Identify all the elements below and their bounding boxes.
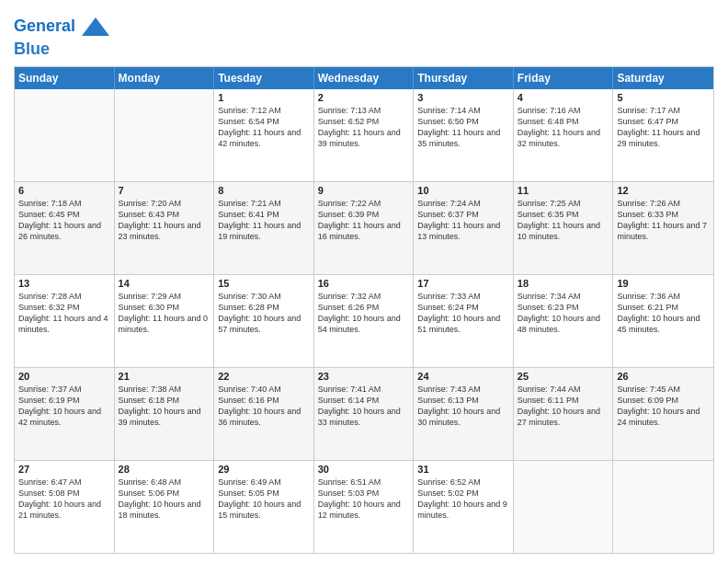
cell-info: Sunrise: 7:20 AM Sunset: 6:43 PM Dayligh… [119, 198, 210, 243]
calendar-cell: 14Sunrise: 7:29 AM Sunset: 6:30 PM Dayli… [115, 275, 215, 367]
day-number: 18 [518, 278, 609, 289]
calendar-cell: 19Sunrise: 7:36 AM Sunset: 6:21 PM Dayli… [613, 275, 713, 367]
cell-info: Sunrise: 6:47 AM Sunset: 5:08 PM Dayligh… [18, 477, 110, 522]
day-number: 25 [518, 371, 609, 382]
calendar-cell: 4Sunrise: 7:16 AM Sunset: 6:48 PM Daylig… [514, 89, 614, 181]
logo-text: General [14, 13, 109, 40]
cell-info: Sunrise: 7:26 AM Sunset: 6:33 PM Dayligh… [617, 198, 710, 243]
cell-info: Sunrise: 7:38 AM Sunset: 6:18 PM Dayligh… [119, 384, 210, 429]
calendar-cell: 15Sunrise: 7:30 AM Sunset: 6:28 PM Dayli… [214, 275, 314, 367]
calendar-cell: 5Sunrise: 7:17 AM Sunset: 6:47 PM Daylig… [613, 89, 713, 181]
cell-info: Sunrise: 7:40 AM Sunset: 6:16 PM Dayligh… [218, 384, 310, 429]
cell-info: Sunrise: 7:13 AM Sunset: 6:52 PM Dayligh… [318, 105, 410, 150]
calendar-cell: 10Sunrise: 7:24 AM Sunset: 6:37 PM Dayli… [414, 182, 514, 274]
calendar-header-row: SundayMondayTuesdayWednesdayThursdayFrid… [15, 67, 713, 89]
cell-info: Sunrise: 7:21 AM Sunset: 6:41 PM Dayligh… [218, 198, 310, 243]
cell-info: Sunrise: 7:30 AM Sunset: 6:28 PM Dayligh… [218, 291, 310, 336]
calendar-week-row: 6Sunrise: 7:18 AM Sunset: 6:45 PM Daylig… [15, 182, 713, 275]
day-number: 23 [318, 371, 410, 382]
day-number: 8 [218, 185, 310, 196]
calendar: SundayMondayTuesdayWednesdayThursdayFrid… [14, 66, 714, 554]
calendar-cell: 17Sunrise: 7:33 AM Sunset: 6:24 PM Dayli… [414, 275, 514, 367]
calendar-cell: 28Sunrise: 6:48 AM Sunset: 5:06 PM Dayli… [115, 461, 215, 553]
day-number: 29 [218, 464, 310, 475]
cell-info: Sunrise: 7:14 AM Sunset: 6:50 PM Dayligh… [417, 105, 509, 150]
calendar-cell: 23Sunrise: 7:41 AM Sunset: 6:14 PM Dayli… [314, 368, 415, 460]
day-number: 20 [18, 371, 110, 382]
day-number: 31 [417, 464, 509, 475]
calendar-cell: 12Sunrise: 7:26 AM Sunset: 6:33 PM Dayli… [613, 182, 713, 274]
calendar-cell: 29Sunrise: 6:49 AM Sunset: 5:05 PM Dayli… [214, 461, 314, 553]
day-number: 15 [218, 278, 310, 289]
day-number: 9 [318, 185, 410, 196]
calendar-cell: 2Sunrise: 7:13 AM Sunset: 6:52 PM Daylig… [314, 89, 415, 181]
logo-text-blue: Blue [14, 40, 109, 59]
calendar-cell: 31Sunrise: 6:52 AM Sunset: 5:02 PM Dayli… [414, 461, 514, 553]
cell-info: Sunrise: 6:51 AM Sunset: 5:03 PM Dayligh… [318, 477, 410, 522]
day-number: 7 [119, 185, 210, 196]
day-number: 6 [18, 185, 110, 196]
day-number: 2 [318, 92, 410, 103]
day-number: 13 [18, 278, 110, 289]
cell-info: Sunrise: 7:36 AM Sunset: 6:21 PM Dayligh… [617, 291, 710, 336]
cell-info: Sunrise: 7:16 AM Sunset: 6:48 PM Dayligh… [518, 105, 609, 150]
cell-info: Sunrise: 7:24 AM Sunset: 6:37 PM Dayligh… [417, 198, 509, 243]
day-number: 5 [617, 92, 710, 103]
calendar-week-row: 20Sunrise: 7:37 AM Sunset: 6:19 PM Dayli… [15, 368, 713, 461]
calendar-body: 1Sunrise: 7:12 AM Sunset: 6:54 PM Daylig… [15, 89, 713, 553]
calendar-header-cell: Wednesday [314, 67, 415, 89]
page: General Blue SundayMondayTuesdayWednesda… [0, 0, 728, 563]
day-number: 10 [417, 185, 509, 196]
header: General Blue [14, 9, 714, 59]
calendar-week-row: 1Sunrise: 7:12 AM Sunset: 6:54 PM Daylig… [15, 89, 713, 182]
calendar-header-cell: Monday [115, 67, 215, 89]
calendar-cell: 11Sunrise: 7:25 AM Sunset: 6:35 PM Dayli… [514, 182, 614, 274]
calendar-header-cell: Thursday [414, 67, 514, 89]
calendar-header-cell: Tuesday [214, 67, 314, 89]
day-number: 21 [119, 371, 210, 382]
calendar-cell: 18Sunrise: 7:34 AM Sunset: 6:23 PM Dayli… [514, 275, 614, 367]
cell-info: Sunrise: 7:45 AM Sunset: 6:09 PM Dayligh… [617, 384, 710, 429]
day-number: 12 [617, 185, 710, 196]
day-number: 4 [518, 92, 609, 103]
calendar-cell: 21Sunrise: 7:38 AM Sunset: 6:18 PM Dayli… [115, 368, 215, 460]
cell-info: Sunrise: 7:37 AM Sunset: 6:19 PM Dayligh… [18, 384, 110, 429]
day-number: 14 [119, 278, 210, 289]
calendar-cell: 25Sunrise: 7:44 AM Sunset: 6:11 PM Dayli… [514, 368, 614, 460]
day-number: 26 [617, 371, 710, 382]
calendar-header-cell: Saturday [613, 67, 713, 89]
calendar-cell: 26Sunrise: 7:45 AM Sunset: 6:09 PM Dayli… [613, 368, 713, 460]
calendar-week-row: 13Sunrise: 7:28 AM Sunset: 6:32 PM Dayli… [15, 275, 713, 368]
cell-info: Sunrise: 7:44 AM Sunset: 6:11 PM Dayligh… [518, 384, 609, 429]
day-number: 19 [617, 278, 710, 289]
calendar-cell: 1Sunrise: 7:12 AM Sunset: 6:54 PM Daylig… [214, 89, 314, 181]
calendar-cell-empty [613, 461, 713, 553]
cell-info: Sunrise: 7:43 AM Sunset: 6:13 PM Dayligh… [417, 384, 509, 429]
cell-info: Sunrise: 6:49 AM Sunset: 5:05 PM Dayligh… [218, 477, 310, 522]
calendar-cell: 3Sunrise: 7:14 AM Sunset: 6:50 PM Daylig… [414, 89, 514, 181]
cell-info: Sunrise: 7:25 AM Sunset: 6:35 PM Dayligh… [518, 198, 609, 243]
day-number: 27 [18, 464, 110, 475]
calendar-cell: 16Sunrise: 7:32 AM Sunset: 6:26 PM Dayli… [314, 275, 415, 367]
calendar-cell: 20Sunrise: 7:37 AM Sunset: 6:19 PM Dayli… [15, 368, 115, 460]
calendar-cell: 24Sunrise: 7:43 AM Sunset: 6:13 PM Dayli… [414, 368, 514, 460]
day-number: 24 [417, 371, 509, 382]
calendar-cell-empty [15, 89, 115, 181]
cell-info: Sunrise: 7:12 AM Sunset: 6:54 PM Dayligh… [218, 105, 310, 150]
cell-info: Sunrise: 7:17 AM Sunset: 6:47 PM Dayligh… [617, 105, 710, 150]
day-number: 16 [318, 278, 410, 289]
calendar-cell-empty [514, 461, 614, 553]
calendar-cell: 22Sunrise: 7:40 AM Sunset: 6:16 PM Dayli… [214, 368, 314, 460]
calendar-header-cell: Sunday [15, 67, 115, 89]
svg-marker-0 [82, 17, 109, 36]
cell-info: Sunrise: 7:33 AM Sunset: 6:24 PM Dayligh… [417, 291, 509, 336]
day-number: 22 [218, 371, 310, 382]
calendar-cell-empty [115, 89, 215, 181]
day-number: 3 [417, 92, 509, 103]
cell-info: Sunrise: 7:41 AM Sunset: 6:14 PM Dayligh… [318, 384, 410, 429]
calendar-week-row: 27Sunrise: 6:47 AM Sunset: 5:08 PM Dayli… [15, 461, 713, 553]
calendar-cell: 27Sunrise: 6:47 AM Sunset: 5:08 PM Dayli… [15, 461, 115, 553]
day-number: 28 [119, 464, 210, 475]
calendar-cell: 8Sunrise: 7:21 AM Sunset: 6:41 PM Daylig… [214, 182, 314, 274]
cell-info: Sunrise: 7:34 AM Sunset: 6:23 PM Dayligh… [518, 291, 609, 336]
